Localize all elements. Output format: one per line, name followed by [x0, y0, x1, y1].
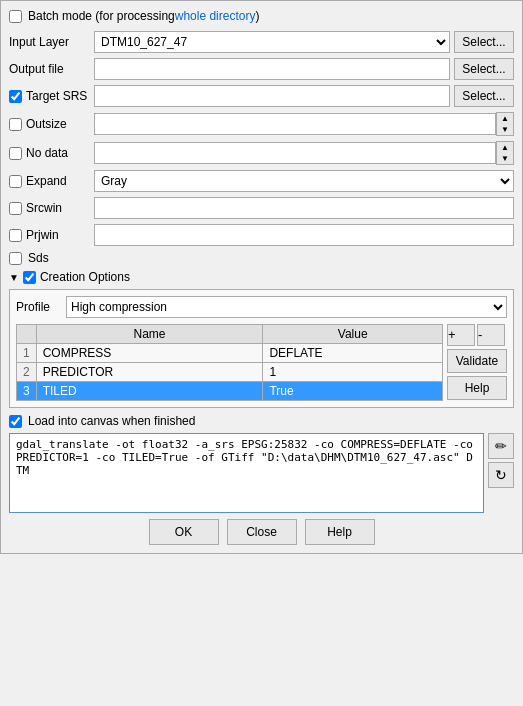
creation-options-checkbox[interactable]	[23, 271, 36, 284]
help-button[interactable]: Help	[305, 519, 375, 545]
table-row[interactable]: 1 COMPRESS DEFLATE	[17, 344, 443, 363]
input-layer-select-btn[interactable]: Select...	[454, 31, 514, 53]
nodata-spinner: ▲ ▼	[496, 141, 514, 165]
row-name-2: PREDICTOR	[36, 363, 263, 382]
command-side-buttons: ✏ ↻	[488, 433, 514, 513]
row-num-2: 2	[17, 363, 37, 382]
outsize-input[interactable]: 25%	[94, 113, 496, 135]
target-srs-checkbox[interactable]	[9, 90, 22, 103]
col-name-header: Name	[36, 325, 263, 344]
row-value-1: DEFLATE	[263, 344, 443, 363]
remove-row-button[interactable]: -	[477, 324, 505, 346]
creation-options-header: ▼ Creation Options	[9, 270, 514, 284]
table-area: Name Value 1 COMPRESS DEFLATE 2 PREDICTO…	[16, 324, 507, 401]
outsize-spin-down[interactable]: ▼	[497, 124, 513, 135]
table-buttons-area: + - Validate Help	[447, 324, 507, 401]
batch-row: Batch mode (for processing whole directo…	[9, 9, 514, 23]
col-value-header: Value	[263, 325, 443, 344]
table-row[interactable]: 2 PREDICTOR 1	[17, 363, 443, 382]
close-button[interactable]: Close	[227, 519, 297, 545]
sds-checkbox[interactable]	[9, 252, 22, 265]
load-canvas-checkbox[interactable]	[9, 415, 22, 428]
row-num-1: 1	[17, 344, 37, 363]
expand-arrow-icon[interactable]: ▼	[9, 272, 19, 283]
creation-options-box: Profile High compression Default No comp…	[9, 289, 514, 408]
row-value-2: 1	[263, 363, 443, 382]
footer-buttons: OK Close Help	[9, 519, 514, 545]
target-srs-input[interactable]: EPSG:25832	[94, 85, 450, 107]
prjwin-row: Prjwin	[9, 224, 514, 246]
expand-checkbox[interactable]	[9, 175, 22, 188]
outsize-row: Outsize 25% ▲ ▼	[9, 112, 514, 136]
output-file-input[interactable]: DTM	[94, 58, 450, 80]
target-srs-select-btn[interactable]: Select...	[454, 85, 514, 107]
output-file-select-btn[interactable]: Select...	[454, 58, 514, 80]
nodata-checkbox[interactable]	[9, 147, 22, 160]
table-row[interactable]: 3 TILED True	[17, 382, 443, 401]
row-value-3: True	[263, 382, 443, 401]
load-canvas-label: Load into canvas when finished	[28, 414, 195, 428]
batch-checkbox[interactable]	[9, 10, 22, 23]
batch-link[interactable]: whole directory	[175, 9, 256, 23]
load-canvas-row: Load into canvas when finished	[9, 414, 514, 428]
prjwin-checkbox[interactable]	[9, 229, 22, 242]
creation-options-help-button[interactable]: Help	[447, 376, 507, 400]
row-name-1: COMPRESS	[36, 344, 263, 363]
srcwin-row: Srcwin	[9, 197, 514, 219]
output-file-row: Output file DTM Select...	[9, 58, 514, 80]
input-layer-row: Input Layer DTM10_627_47 Select...	[9, 31, 514, 53]
ok-button[interactable]: OK	[149, 519, 219, 545]
expand-select[interactable]: Gray RGB RGBA	[94, 170, 514, 192]
options-table: Name Value 1 COMPRESS DEFLATE 2 PREDICTO…	[16, 324, 443, 401]
refresh-command-button[interactable]: ↻	[488, 462, 514, 488]
expand-row: Expand Gray RGB RGBA	[9, 170, 514, 192]
srcwin-checkbox[interactable]	[9, 202, 22, 215]
nodata-spin-up[interactable]: ▲	[497, 142, 513, 153]
batch-label-end: )	[255, 9, 259, 23]
command-area: gdal_translate -ot float32 -a_srs EPSG:2…	[9, 433, 514, 513]
profile-select[interactable]: High compression Default No compression	[66, 296, 507, 318]
profile-row: Profile High compression Default No comp…	[16, 296, 507, 318]
nodata-row: No data 0 ▲ ▼	[9, 141, 514, 165]
nodata-spin-down[interactable]: ▼	[497, 153, 513, 164]
prjwin-input[interactable]	[94, 224, 514, 246]
output-file-label: Output file	[9, 62, 94, 76]
col-num-header	[17, 325, 37, 344]
target-srs-row: Target SRS EPSG:25832 Select...	[9, 85, 514, 107]
creation-options-label: Creation Options	[40, 270, 130, 284]
outsize-spinner: ▲ ▼	[496, 112, 514, 136]
command-text: gdal_translate -ot float32 -a_srs EPSG:2…	[9, 433, 484, 513]
sds-row: Sds	[9, 251, 514, 265]
srcwin-input[interactable]	[94, 197, 514, 219]
sds-label: Sds	[28, 251, 49, 265]
edit-command-button[interactable]: ✏	[488, 433, 514, 459]
input-layer-label: Input Layer	[9, 35, 94, 49]
input-layer-select[interactable]: DTM10_627_47	[94, 31, 450, 53]
row-name-3: TILED	[36, 382, 263, 401]
profile-label: Profile	[16, 300, 66, 314]
row-num-3: 3	[17, 382, 37, 401]
validate-button[interactable]: Validate	[447, 349, 507, 373]
validate-help-area: Validate Help	[447, 349, 507, 400]
outsize-checkbox[interactable]	[9, 118, 22, 131]
batch-label: Batch mode (for processing	[28, 9, 175, 23]
nodata-input[interactable]: 0	[94, 142, 496, 164]
add-row-button[interactable]: +	[447, 324, 475, 346]
outsize-spin-up[interactable]: ▲	[497, 113, 513, 124]
